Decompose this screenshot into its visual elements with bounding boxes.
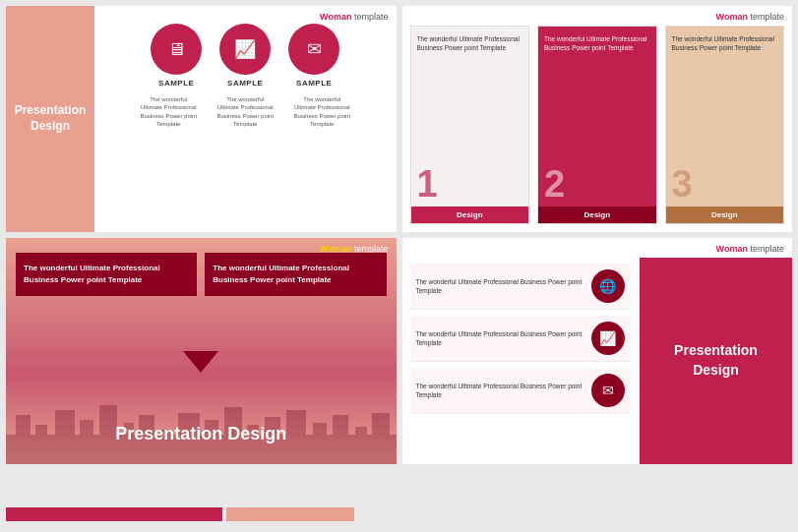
slide3-box2: The wonderful Ultimate Professional Busi… <box>205 253 386 296</box>
card3-btn[interactable]: Design <box>666 207 784 223</box>
card3-title: The wonderful Ultimate Professional Busi… <box>672 34 778 52</box>
list-item-3: The wonderful Ultimate Professional Busi… <box>410 368 631 414</box>
card-1: The wonderful Ultimate Professional Busi… <box>410 26 530 224</box>
list-item-1: The wonderful Ultimate Professional Busi… <box>410 264 631 310</box>
card2-top: The wonderful Ultimate Professional Busi… <box>538 27 656 207</box>
circle-item-2: 📈 SAMPLE <box>219 24 271 88</box>
circle-item-3: ✉ SAMPLE <box>288 24 339 88</box>
slide4-list: The wonderful Ultimate Professional Busi… <box>402 258 639 464</box>
slide2-brand: Woman <box>716 12 748 22</box>
bottom-bar <box>0 502 798 526</box>
desc-3: The wonderful Ultimate Professional Busi… <box>292 95 351 129</box>
sample-label-3: SAMPLE <box>296 79 332 88</box>
card2-title: The wonderful Ultimate Professional Busi… <box>544 34 650 52</box>
list-item-1-text: The wonderful Ultimate Professional Busi… <box>416 277 583 295</box>
circle-1: 🖥 <box>151 24 202 75</box>
card3-number: 3 <box>672 165 778 203</box>
circle-item-1: 🖥 SAMPLE <box>151 24 202 88</box>
chart-icon: 📈 <box>591 322 625 355</box>
card-3: The wonderful Ultimate Professional Busi… <box>665 26 785 224</box>
card1-btn[interactable]: Design <box>411 207 529 223</box>
list-item-3-text: The wonderful Ultimate Professional Busi… <box>416 382 583 399</box>
slide1-desc-row: The wonderful Ultimate Professional Busi… <box>139 95 351 129</box>
slide1-left-title: Presentation Design <box>14 103 87 134</box>
card1-top: The wonderful Ultimate Professional Busi… <box>411 27 529 207</box>
slide-3: Woman template The wonderful U <box>6 238 397 464</box>
slide4-right-title: Presentation Design <box>640 331 792 389</box>
slide-1: Woman template Presentation Design 🖥 SAM… <box>6 6 397 232</box>
slide-4: Woman template The wonderful Ultimate Pr… <box>402 238 793 464</box>
list-item-2-text: The wonderful Ultimate Professional Busi… <box>416 329 583 347</box>
card2-number: 2 <box>544 165 650 203</box>
slide3-bottom-title: Presentation Design <box>6 424 397 444</box>
slide-2: Woman template The wonderful Ultimate Pr… <box>402 6 793 232</box>
desc-2: The wonderful Ultimate Professional Busi… <box>215 95 275 129</box>
card2-btn[interactable]: Design <box>538 207 656 223</box>
slide1-main: 🖥 SAMPLE 📈 SAMPLE ✉ SAMPLE The wonderful… <box>94 6 397 232</box>
globe-icon: 🌐 <box>591 269 625 303</box>
card-2: The wonderful Ultimate Professional Busi… <box>537 26 657 224</box>
slide2-cards: The wonderful Ultimate Professional Busi… <box>410 26 785 224</box>
sample-label-1: SAMPLE <box>158 79 194 88</box>
card3-top: The wonderful Ultimate Professional Busi… <box>666 27 784 207</box>
slide4-brand: Woman <box>716 244 748 254</box>
sample-label-2: SAMPLE <box>227 79 263 88</box>
circle-2: 📈 <box>219 24 271 75</box>
slide4-right: Presentation Design <box>640 258 792 464</box>
slide3-box1: The wonderful Ultimate Professional Busi… <box>16 253 197 296</box>
slide4-template: template <box>750 244 784 254</box>
slide2-header: Woman template <box>716 12 784 22</box>
slide2-template: template <box>750 12 784 22</box>
slide1-left-bar: Presentation Design <box>6 6 94 232</box>
bar-segment-2 <box>226 507 354 521</box>
slide3-text-boxes: The wonderful Ultimate Professional Busi… <box>16 253 387 296</box>
card1-number: 1 <box>417 165 523 203</box>
circle-3: ✉ <box>288 24 339 75</box>
card1-title: The wonderful Ultimate Professional Busi… <box>417 34 523 52</box>
list-item-2: The wonderful Ultimate Professional Busi… <box>410 316 631 362</box>
mail-icon: ✉ <box>591 374 625 407</box>
arrow-down-icon <box>183 351 218 373</box>
slide4-header: Woman template <box>716 244 784 254</box>
slide1-circles-row: 🖥 SAMPLE 📈 SAMPLE ✉ SAMPLE <box>151 24 339 88</box>
bar-segment-1 <box>6 507 222 521</box>
desc-1: The wonderful Ultimate Professional Busi… <box>139 95 198 129</box>
